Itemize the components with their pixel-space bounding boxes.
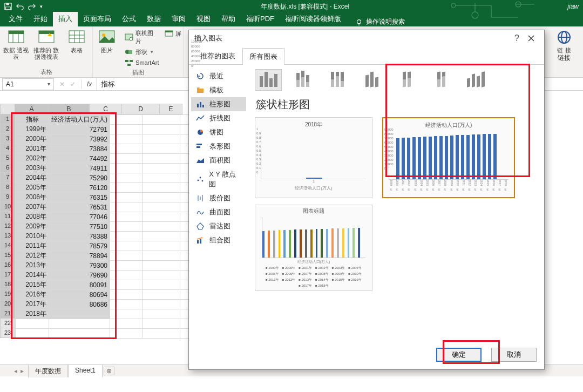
row-header[interactable]: 21 xyxy=(0,309,15,319)
cell[interactable]: 指标 xyxy=(16,115,49,125)
cell[interactable]: 78894 xyxy=(49,251,110,261)
cell[interactable] xyxy=(143,232,180,241)
cell[interactable] xyxy=(110,154,143,164)
cell[interactable]: 74492 xyxy=(49,154,110,164)
cell[interactable] xyxy=(110,309,143,319)
cell[interactable] xyxy=(110,280,143,290)
row-header[interactable]: 2 xyxy=(0,124,15,134)
col-header[interactable]: B xyxy=(49,104,90,114)
sheet-nav-last-icon[interactable]: ▸ xyxy=(21,367,24,375)
cell[interactable] xyxy=(110,212,143,222)
save-icon[interactable] xyxy=(4,3,12,10)
cell[interactable] xyxy=(110,193,143,202)
cell[interactable]: 2016年 xyxy=(16,290,49,300)
chart-category-item[interactable]: 股价图 xyxy=(191,191,246,205)
sheet-tab[interactable]: Sheet1 xyxy=(68,364,103,377)
cell[interactable] xyxy=(143,300,180,309)
cell[interactable]: 2011年 xyxy=(16,241,49,251)
cell[interactable]: 2004年 xyxy=(16,173,49,183)
qat-dropdown-icon[interactable]: ▾ xyxy=(40,4,43,9)
row-header[interactable]: 12 xyxy=(0,221,15,231)
subtype-stacked-column[interactable] xyxy=(289,69,316,91)
tab-6[interactable]: 审阅 xyxy=(166,12,191,26)
pivottable-button[interactable]: 数据 透视表 xyxy=(3,29,30,60)
cell[interactable]: 80694 xyxy=(49,290,110,300)
redo-icon[interactable] xyxy=(28,3,36,10)
cell[interactable]: 经济活动人口(万人) xyxy=(49,115,110,125)
cell[interactable] xyxy=(143,164,180,173)
cell[interactable] xyxy=(143,222,180,232)
cell[interactable]: 76531 xyxy=(49,202,110,212)
cell[interactable] xyxy=(16,329,49,339)
row-header[interactable]: 17 xyxy=(0,270,15,280)
cell[interactable]: 72791 xyxy=(49,125,110,134)
cell[interactable] xyxy=(110,134,143,144)
cell[interactable] xyxy=(143,183,180,193)
subtype-clustered-column[interactable] xyxy=(255,69,282,91)
cell[interactable]: 76315 xyxy=(49,193,110,202)
cell[interactable]: 80686 xyxy=(49,300,110,309)
hyperlink-button[interactable]: 链 接 xyxy=(551,29,578,53)
row-header[interactable]: 5 xyxy=(0,153,15,163)
row-header[interactable]: 18 xyxy=(0,280,15,289)
cell[interactable] xyxy=(143,241,180,251)
row-header[interactable]: 8 xyxy=(0,183,15,192)
online-pictures-button[interactable]: 联机图片 xyxy=(124,29,160,46)
chart-category-item[interactable]: 曲面图 xyxy=(191,205,246,219)
cell[interactable]: 78579 xyxy=(49,241,110,251)
chart-category-item[interactable]: 饼图 xyxy=(191,125,246,139)
cell[interactable] xyxy=(110,241,143,251)
cell[interactable]: 2007年 xyxy=(16,202,49,212)
row-header[interactable]: 9 xyxy=(0,192,15,202)
cell[interactable] xyxy=(143,271,180,280)
picture-button[interactable]: 图片 xyxy=(93,29,120,53)
cell[interactable] xyxy=(110,183,143,193)
cell[interactable]: 2013年 xyxy=(16,261,49,271)
cancel-button[interactable]: 取消 xyxy=(491,348,537,362)
row-header[interactable]: 14 xyxy=(0,241,15,251)
cell[interactable] xyxy=(110,329,143,339)
sheet-nav-first-icon[interactable]: ◂ xyxy=(14,367,17,375)
fx-icon[interactable]: fx xyxy=(87,80,92,88)
cell[interactable]: 80091 xyxy=(49,280,110,290)
col-header[interactable]: C xyxy=(90,104,122,114)
tab-10[interactable]: 福昕阅读器领鲜版 xyxy=(280,12,347,26)
cell[interactable]: 2010年 xyxy=(16,232,49,241)
row-header[interactable]: 10 xyxy=(0,202,15,212)
tell-me-search[interactable]: 操作说明搜索 xyxy=(349,17,411,26)
cell[interactable] xyxy=(110,271,143,280)
row-header[interactable]: 7 xyxy=(0,173,15,183)
table-button[interactable]: 表格 xyxy=(63,29,90,53)
row-header[interactable]: 23 xyxy=(0,328,15,338)
cell[interactable] xyxy=(110,290,143,300)
row-header[interactable]: 20 xyxy=(0,299,15,309)
chart-category-item[interactable]: 面积图 xyxy=(191,153,246,167)
cell[interactable] xyxy=(143,319,180,329)
tab-1[interactable]: 开始 xyxy=(28,12,53,26)
cell[interactable]: 73884 xyxy=(49,144,110,154)
chart-category-item[interactable]: 模板 xyxy=(191,83,246,97)
tab-9[interactable]: 福昕PDF xyxy=(241,12,280,26)
cell[interactable]: 1999年 xyxy=(16,125,49,134)
shapes-button[interactable]: 形状▾ xyxy=(124,47,160,57)
row-header[interactable]: 16 xyxy=(0,260,15,270)
cell[interactable]: 2017年 xyxy=(16,300,49,309)
cell[interactable] xyxy=(49,309,110,319)
subtype-3d-column[interactable] xyxy=(462,69,489,91)
cell[interactable]: 78388 xyxy=(49,232,110,241)
cell[interactable] xyxy=(143,251,180,261)
cell[interactable]: 77046 xyxy=(49,212,110,222)
cell[interactable]: 2000年 xyxy=(16,134,49,144)
cell[interactable]: 2003年 xyxy=(16,164,49,173)
cell[interactable] xyxy=(110,251,143,261)
cell[interactable] xyxy=(143,193,180,202)
accept-entry-icon[interactable]: ✓ xyxy=(70,80,76,88)
cancel-entry-icon[interactable]: ✕ xyxy=(59,80,65,88)
ok-button[interactable]: 确定 xyxy=(436,348,482,362)
cell[interactable]: 76120 xyxy=(49,183,110,193)
cell[interactable] xyxy=(110,173,143,183)
row-headers[interactable]: 1234567891011121314151617181920212223 xyxy=(0,114,15,338)
cell[interactable] xyxy=(110,115,143,125)
cell[interactable] xyxy=(49,329,110,339)
cell[interactable]: 79690 xyxy=(49,271,110,280)
